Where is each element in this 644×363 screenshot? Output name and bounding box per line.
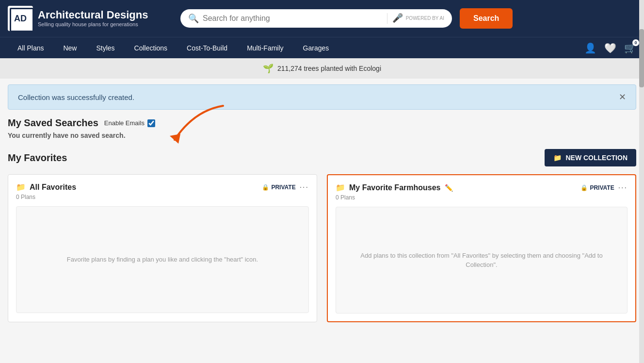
logo-area: AD Architectural Designs Selling quality…	[8, 6, 173, 31]
nav-item-garages[interactable]: Garages	[293, 38, 339, 58]
favorites-title: My Favorites	[8, 152, 67, 164]
mic-area: 🎤 POWERED BY AI	[387, 13, 444, 24]
folder-icon: 📁	[16, 182, 26, 192]
saved-searches-header: My Saved Searches Enable Emails	[8, 117, 636, 129]
nav-items: All Plans New Styles Collections Cost-To…	[8, 38, 584, 58]
edit-icon-farmhouses[interactable]: ✏️	[445, 184, 453, 192]
plan-count-all-favorites: 0 Plans	[16, 194, 309, 200]
enable-emails-area: Enable Emails	[104, 119, 155, 127]
logo-icon: AD	[8, 6, 33, 31]
brand-tagline: Selling quality house plans for generati…	[38, 21, 148, 28]
card-empty-all-favorites: Favorite plans by finding a plan you lik…	[16, 206, 309, 313]
card-header-all-favorites: 📁 All Favorites 🔒 PRIVATE ···	[16, 182, 309, 192]
nav-item-cost-to-build[interactable]: Cost-To-Build	[177, 38, 237, 58]
user-icon[interactable]: 👤	[584, 42, 596, 54]
success-text: Collection was successfully created.	[18, 93, 134, 101]
main-content: My Saved Searches Enable Emails You curr…	[0, 117, 644, 332]
mic-icon[interactable]: 🎤	[392, 13, 403, 24]
scrollbar-thumb[interactable]	[639, 29, 644, 87]
favorites-section: My Favorites 📁 NEW COLLECTION 📁 All Favo…	[8, 149, 636, 322]
lock-icon: 🔒	[262, 184, 269, 191]
nav-item-styles[interactable]: Styles	[86, 38, 124, 58]
favorites-header: My Favorites 📁 NEW COLLECTION	[8, 149, 636, 166]
scrollbar-track	[639, 0, 644, 332]
plan-count-farmhouses: 0 Plans	[336, 194, 628, 201]
search-button[interactable]: Search	[460, 8, 513, 29]
main-navbar: All Plans New Styles Collections Cost-To…	[0, 37, 644, 58]
private-badge-farmhouses: 🔒 PRIVATE	[580, 184, 614, 191]
search-bar: 🔍 🎤 POWERED BY AI	[180, 9, 452, 28]
saved-searches-section: My Saved Searches Enable Emails You curr…	[8, 117, 636, 139]
card-empty-farmhouses: Add plans to this collection from "All F…	[336, 207, 628, 314]
enable-emails-checkbox[interactable]	[147, 119, 155, 127]
search-input[interactable]	[203, 14, 383, 23]
close-button[interactable]: ✕	[619, 92, 626, 102]
powered-label: POWERED BY AI	[406, 16, 444, 21]
folder-icon-farmhouses: 📁	[336, 183, 345, 192]
folder-plus-icon: 📁	[553, 154, 562, 162]
lock-icon-farmhouses: 🔒	[580, 184, 588, 191]
card-meta-all-favorites: 🔒 PRIVATE ···	[262, 183, 309, 192]
card-title-all-favorites: All Favorites	[30, 183, 76, 192]
nav-item-new[interactable]: New	[53, 38, 86, 58]
collections-grid: 📁 All Favorites 🔒 PRIVATE ··· 0 Plans Fa…	[8, 174, 636, 322]
new-collection-button[interactable]: 📁 NEW COLLECTION	[545, 149, 636, 166]
enable-emails-label: Enable Emails	[104, 119, 145, 127]
ecologi-text: 211,274 trees planted with Ecologi	[277, 65, 381, 72]
tree-icon: 🌱	[263, 63, 274, 74]
search-icon: 🔍	[188, 13, 199, 24]
nav-icons: 👤 🤍 🛒 0	[584, 42, 636, 54]
card-title-area: 📁 All Favorites	[16, 182, 76, 192]
private-badge: 🔒 PRIVATE	[262, 184, 295, 191]
nav-item-collections[interactable]: Collections	[125, 38, 177, 58]
card-header-farmhouses: 📁 My Favorite Farmhouses ✏️ 🔒 PRIVATE ··…	[336, 183, 628, 192]
nav-item-all-plans[interactable]: All Plans	[8, 38, 53, 58]
cart-icon[interactable]: 🛒 0	[624, 42, 636, 54]
card-meta-farmhouses: 🔒 PRIVATE ···	[580, 183, 628, 192]
site-header: AD Architectural Designs Selling quality…	[0, 0, 644, 37]
collection-card-all-favorites: 📁 All Favorites 🔒 PRIVATE ··· 0 Plans Fa…	[8, 174, 317, 322]
card-title-area-farmhouses: 📁 My Favorite Farmhouses ✏️	[336, 183, 453, 192]
ecologi-bar: 🌱 211,274 trees planted with Ecologi	[0, 58, 644, 79]
collection-card-farmhouses: 📁 My Favorite Farmhouses ✏️ 🔒 PRIVATE ··…	[327, 174, 636, 322]
logo-text: Architectural Designs Selling quality ho…	[38, 9, 148, 27]
saved-searches-title: My Saved Searches	[8, 117, 98, 129]
dots-menu-farmhouses[interactable]: ···	[618, 183, 628, 192]
brand-name: Architectural Designs	[38, 9, 148, 21]
success-message: Collection was successfully created. ✕	[8, 84, 636, 110]
cart-badge: 0	[632, 39, 639, 46]
no-saved-text: You currently have no saved search.	[8, 132, 636, 139]
heart-icon[interactable]: 🤍	[604, 42, 616, 54]
dots-menu-all-favorites[interactable]: ···	[300, 183, 309, 192]
card-title-farmhouses: My Favorite Farmhouses	[349, 183, 441, 192]
nav-item-multi-family[interactable]: Multi-Family	[237, 38, 293, 58]
